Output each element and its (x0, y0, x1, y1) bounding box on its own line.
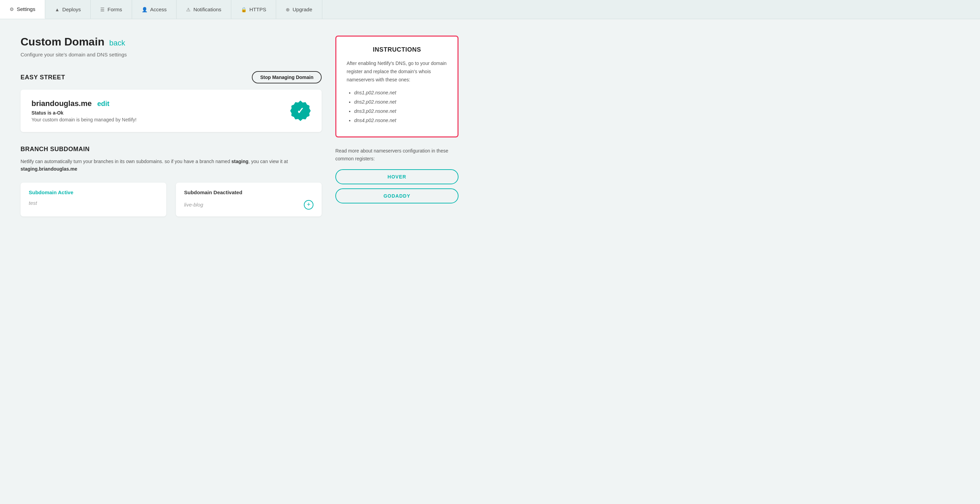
branch-subdomain-section: BRANCH SUBDOMAIN Netlify can automatical… (21, 146, 321, 216)
branch-desc-part1: Netlify can automatically turn your bran… (21, 158, 231, 164)
https-icon: 🔒 (241, 7, 247, 12)
subdomain-active-value: test (29, 200, 158, 206)
nav-item-notifications[interactable]: ⚠ Notifications (177, 0, 231, 19)
easy-street-title: EASY STREET (21, 74, 65, 81)
verified-badge: ✓ (290, 100, 311, 121)
subdomain-deactivated-card: Subdomain Deactivated live-blog + (176, 182, 321, 216)
nav-item-upgrade[interactable]: ⊕ Upgrade (276, 0, 322, 19)
domain-status-label: Status is a-Ok (32, 110, 137, 116)
instructions-title: INSTRUCTIONS (347, 46, 447, 53)
side-column: INSTRUCTIONS After enabling Netlify's DN… (335, 36, 458, 216)
domain-name-text: briandouglas.me (32, 99, 92, 108)
nav-label-https: HTTPS (250, 6, 266, 12)
domain-card: briandouglas.me edit Status is a-Ok Your… (21, 90, 321, 132)
main-nav: ⚙ Settings ▲ Deploys ☰ Forms 👤 Access ⚠ … (0, 0, 980, 19)
upgrade-icon: ⊕ (286, 7, 290, 12)
access-icon: 👤 (142, 7, 148, 12)
nav-label-access: Access (150, 6, 167, 12)
stop-managing-button[interactable]: Stop Managing Domain (252, 71, 321, 84)
subdomain-row: Subdomain Active test Subdomain Deactiva… (21, 182, 321, 216)
godaddy-button[interactable]: GODADDY (335, 189, 458, 203)
dns-entry-2: dns2.p02.nsone.net (354, 98, 447, 106)
settings-icon: ⚙ (10, 6, 14, 12)
add-subdomain-button[interactable]: + (304, 200, 313, 209)
subdomain-active-card: Subdomain Active test (21, 182, 166, 216)
dns-entry-1: dns1.p02.nsone.net (354, 89, 447, 97)
nav-label-forms: Forms (107, 6, 122, 12)
hover-button[interactable]: HOVER (335, 169, 458, 184)
page-subtitle: Configure your site's domain and DNS set… (21, 52, 321, 57)
nav-item-https[interactable]: 🔒 HTTPS (231, 0, 276, 19)
branch-subdomain-title: BRANCH SUBDOMAIN (21, 146, 321, 153)
instructions-panel: INSTRUCTIONS After enabling Netlify's DN… (335, 36, 458, 138)
nav-item-deploys[interactable]: ▲ Deploys (45, 0, 91, 19)
subdomain-inactive-value: live-blog (184, 202, 203, 208)
instructions-desc: After enabling Netlify's DNS, go to your… (347, 60, 447, 84)
forms-icon: ☰ (100, 7, 105, 12)
notifications-icon: ⚠ (186, 7, 191, 12)
main-column: Custom Domain back Configure your site's… (21, 36, 321, 216)
domain-name-row: briandouglas.me edit (32, 99, 137, 108)
page-title: Custom Domain (21, 36, 104, 48)
domain-info: briandouglas.me edit Status is a-Ok Your… (32, 99, 137, 122)
edit-domain-link[interactable]: edit (97, 100, 110, 107)
nav-label-upgrade: Upgrade (293, 6, 312, 12)
easy-street-header: EASY STREET Stop Managing Domain (21, 71, 321, 84)
dns-entry-3: dns3.p02.nsone.net (354, 108, 447, 115)
nav-item-settings[interactable]: ⚙ Settings (0, 0, 45, 19)
dns-list: dns1.p02.nsone.net dns2.p02.nsone.net dn… (347, 89, 447, 124)
staging-text: staging (231, 158, 248, 164)
branch-desc-part2: , you can view it at (248, 158, 288, 164)
nav-label-deploys: Deploys (62, 6, 81, 12)
nav-item-access[interactable]: 👤 Access (132, 0, 177, 19)
subdomain-deactivated-row: live-blog + (184, 200, 313, 209)
nav-label-settings: Settings (17, 6, 35, 12)
deploys-icon: ▲ (55, 7, 60, 12)
branch-subdomain-desc: Netlify can automatically turn your bran… (21, 158, 321, 173)
check-icon: ✓ (297, 106, 304, 116)
back-link[interactable]: back (109, 39, 125, 48)
nav-label-notifications: Notifications (193, 6, 221, 12)
domain-status-desc: Your custom domain is being managed by N… (32, 117, 137, 122)
staging-url: staging.briandouglas.me (21, 166, 77, 172)
nav-item-forms[interactable]: ☰ Forms (91, 0, 132, 19)
subdomain-active-label: Subdomain Active (29, 189, 158, 195)
read-more-text: Read more about nameservers configuratio… (335, 147, 458, 162)
page-content: Custom Domain back Configure your site's… (0, 19, 479, 233)
page-title-row: Custom Domain back (21, 36, 321, 48)
dns-entry-4: dns4.p02.nsone.net (354, 117, 447, 124)
subdomain-deactivated-label: Subdomain Deactivated (184, 189, 313, 195)
